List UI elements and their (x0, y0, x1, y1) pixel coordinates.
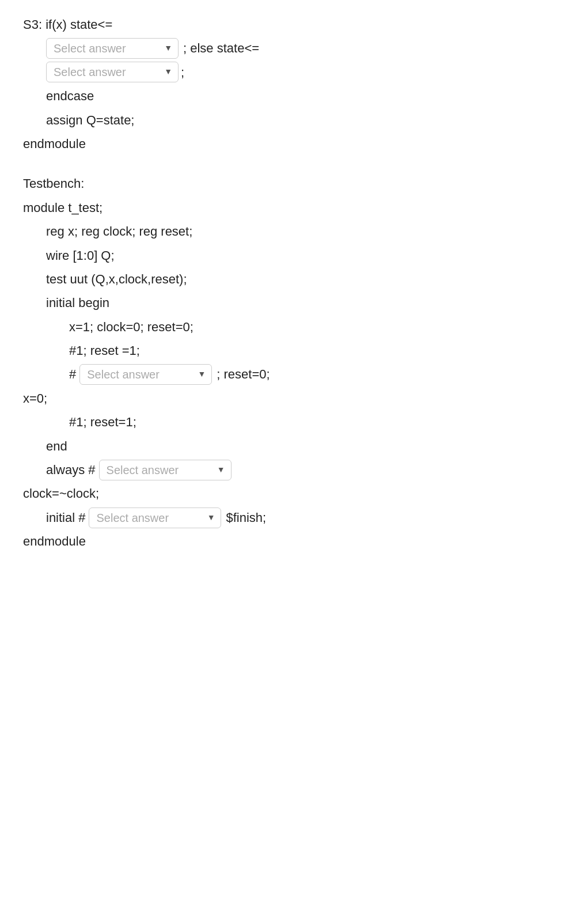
assign-text: assign Q=state; (46, 109, 134, 131)
dropdown1-line: Select answer ▼ ; else state<= (23, 37, 550, 59)
module-t-test-text: module t_test; (23, 197, 103, 218)
testbench-label-text: Testbench: (23, 173, 84, 194)
initial-prefix-text: initial # (46, 507, 85, 528)
assign-line: assign Q=state; (23, 109, 550, 131)
s3-text: S3: if(x) state<= (23, 14, 112, 35)
x0-line: x=0; (23, 388, 550, 409)
clock-line: clock=~clock; (23, 483, 550, 504)
endmodule2-line: endmodule (23, 531, 550, 552)
select-answer-3-input[interactable]: Select answer (87, 368, 204, 381)
endcase-text: endcase (46, 85, 94, 107)
testbench-label-line: Testbench: (23, 173, 550, 194)
wire-text: wire [1:0] Q; (46, 245, 115, 266)
reg-text: reg x; reg clock; reg reset; (46, 221, 192, 242)
code-block: S3: if(x) state<= Select answer ▼ ; else… (23, 14, 550, 552)
end-line: end (23, 436, 550, 457)
hash1-line: #1; reset =1; (23, 340, 550, 361)
dropdown5-line: initial # Select answer ▼ $finish; (23, 507, 550, 528)
dropdown2-line: Select answer ▼ ; (23, 62, 550, 83)
x1-line: x=1; clock=0; reset=0; (23, 316, 550, 338)
reset0-suffix-text: ; reset=0; (217, 363, 270, 385)
endmodule1-line: endmodule (23, 133, 550, 154)
endcase-line: endcase (23, 85, 550, 107)
select-answer-1[interactable]: Select answer ▼ (46, 38, 179, 59)
hash-prefix-text: # (69, 363, 76, 385)
test-text: test uut (Q,x,clock,reset); (46, 268, 187, 290)
select-answer-5[interactable]: Select answer ▼ (89, 508, 221, 528)
test-line: test uut (Q,x,clock,reset); (23, 268, 550, 290)
select-answer-3[interactable]: Select answer ▼ (79, 364, 212, 385)
reg-line: reg x; reg clock; reg reset; (23, 221, 550, 242)
x1-text: x=1; clock=0; reset=0; (69, 316, 193, 338)
select-answer-2-input[interactable]: Select answer (54, 66, 171, 78)
s3-header-line: S3: if(x) state<= (23, 14, 550, 35)
wire-line: wire [1:0] Q; (23, 245, 550, 266)
endmodule2-text: endmodule (23, 531, 86, 552)
x0-text: x=0; (23, 388, 47, 409)
endmodule1-text: endmodule (23, 133, 86, 154)
end-text: end (46, 436, 67, 457)
clock-text: clock=~clock; (23, 483, 99, 504)
semicolon-1: ; (181, 62, 184, 83)
select-answer-2[interactable]: Select answer ▼ (46, 62, 179, 82)
initial-begin-text: initial begin (46, 292, 109, 313)
hash1-text: #1; reset =1; (69, 340, 140, 361)
select-answer-5-input[interactable]: Select answer (96, 512, 214, 524)
module-t-test-line: module t_test; (23, 197, 550, 218)
hash1-reset1-line: #1; reset=1; (23, 411, 550, 433)
select-answer-1-input[interactable]: Select answer (54, 42, 171, 55)
dropdown4-line: always # Select answer ▼ (23, 459, 550, 480)
select-answer-4-input[interactable]: Select answer (107, 464, 224, 476)
select-answer-4[interactable]: Select answer ▼ (99, 460, 232, 480)
initial-begin-line: initial begin (23, 292, 550, 313)
hash1-reset1-text: #1; reset=1; (69, 411, 136, 433)
dropdown3-line: # Select answer ▼ ; reset=0; (23, 363, 550, 385)
always-prefix-text: always # (46, 459, 96, 480)
finish-suffix-text: $finish; (226, 507, 266, 528)
else-state-text: ; else state<= (183, 37, 259, 59)
